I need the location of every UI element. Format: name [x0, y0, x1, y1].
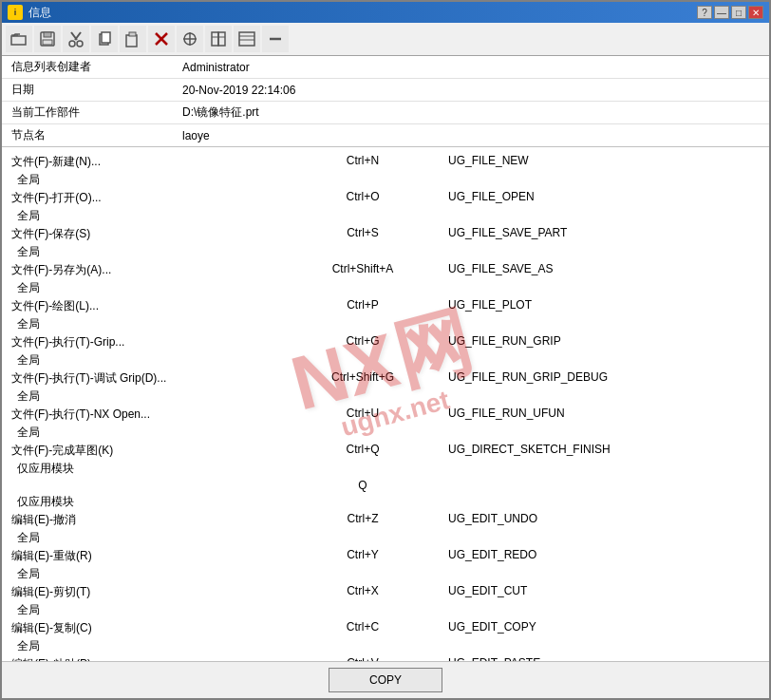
close-button[interactable]: ✕	[748, 6, 763, 19]
node-value: laoye	[173, 124, 769, 147]
title-controls: ? — □ ✕	[697, 6, 763, 19]
svg-rect-22	[239, 32, 254, 46]
paste-icon	[124, 30, 141, 47]
help-button[interactable]: ?	[697, 6, 712, 19]
svg-line-6	[75, 32, 81, 40]
list-item: 全局	[2, 315, 769, 333]
list-item: 全局	[2, 243, 769, 261]
svg-rect-10	[102, 32, 110, 43]
toolbar-open-btn[interactable]	[6, 26, 32, 52]
list-item: 文件(F)-完成草图(K) Ctrl+Q UG_DIRECT_SKETCH_FI…	[2, 442, 769, 460]
window-title: 信息	[28, 5, 51, 21]
copy-button[interactable]: COPY	[329, 668, 442, 692]
crosshair-icon	[181, 30, 198, 47]
toolbar-paste-btn[interactable]	[120, 26, 146, 52]
creator-label: 信息列表创建者	[2, 56, 173, 79]
save-icon	[39, 30, 56, 47]
node-label: 节点名	[2, 124, 173, 147]
list-item: Q	[2, 478, 769, 493]
delete-icon	[153, 30, 170, 47]
list-item: 全局	[2, 279, 769, 297]
info-row-node: 节点名 laoye	[2, 124, 769, 147]
minus-icon	[267, 30, 284, 47]
list-item: 全局	[2, 637, 769, 655]
list-item: 编辑(E)-重做(R) Ctrl+Y UG_EDIT_REDO	[2, 547, 769, 565]
list-item: 编辑(E)-剪切(T) Ctrl+X UG_EDIT_CUT	[2, 583, 769, 601]
list-item: 文件(F)-执行(T)-NX Open... Ctrl+U UG_FILE_RU…	[2, 406, 769, 424]
list-item: 文件(F)-执行(T)-调试 Grip(D)... Ctrl+Shift+G U…	[2, 369, 769, 388]
svg-rect-3	[44, 32, 51, 37]
main-window: i 信息 ? — □ ✕	[0, 0, 771, 700]
list-item: 文件(F)-执行(T)-Grip... Ctrl+G UG_FILE_RUN_G…	[2, 333, 769, 351]
toolbar-save-btn[interactable]	[34, 26, 61, 52]
date-label: 日期	[2, 79, 173, 102]
svg-rect-18	[212, 32, 218, 46]
list-item: 全局	[2, 565, 769, 583]
list-item: 编辑(E)-粘贴(P) Ctrl+V UG_EDIT_PASTE	[2, 655, 769, 661]
info-row-date: 日期 20-Nov-2019 22:14:06	[2, 79, 769, 102]
svg-rect-11	[126, 35, 137, 47]
list-item: 全局	[2, 529, 769, 547]
title-bar: i 信息 ? — □ ✕	[2, 2, 769, 23]
info-row-part: 当前工作部件 D:\镜像特征.prt	[2, 102, 769, 124]
shortcuts-table: 文件(F)-新建(N)... Ctrl+N UG_FILE_NEW 全局 文件(…	[2, 147, 769, 661]
list-item: 仅应用模块	[2, 460, 769, 478]
cut-icon	[67, 30, 85, 47]
toolbar-cut-btn[interactable]	[63, 26, 89, 52]
list-item: 全局	[2, 424, 769, 442]
shortcuts-scroll[interactable]: 文件(F)-新建(N)... Ctrl+N UG_FILE_NEW 全局 文件(…	[2, 147, 769, 661]
list-item: 编辑(E)-复制(C) Ctrl+C UG_EDIT_COPY	[2, 619, 769, 637]
part-label: 当前工作部件	[2, 102, 173, 124]
toolbar	[2, 23, 769, 56]
list-item: 文件(F)-打开(O)... Ctrl+O UG_FILE_OPEN	[2, 189, 769, 207]
svg-rect-19	[218, 32, 225, 46]
list-item: 编辑(E)-撤消 Ctrl+Z UG_EDIT_UNDO	[2, 511, 769, 529]
list-item: 全局	[2, 601, 769, 619]
toolbar-copy-btn[interactable]	[91, 26, 118, 52]
svg-rect-12	[129, 32, 136, 36]
svg-rect-1	[11, 36, 26, 45]
copy-icon	[96, 30, 113, 47]
creator-value: Administrator	[173, 56, 769, 79]
content-area: 信息列表创建者 Administrator 日期 20-Nov-2019 22:…	[2, 56, 769, 698]
bookmark-icon	[210, 30, 227, 47]
toolbar-crosshair-btn[interactable]	[177, 26, 203, 52]
list-item: 全局	[2, 351, 769, 369]
info-row-creator: 信息列表创建者 Administrator	[2, 56, 769, 79]
list-item: 全局	[2, 207, 769, 225]
toolbar-minus-btn[interactable]	[262, 26, 289, 52]
list-item: 文件(F)-新建(N)... Ctrl+N UG_FILE_NEW	[2, 153, 769, 171]
open-icon	[10, 30, 28, 47]
list-item: 全局	[2, 171, 769, 189]
maximize-button[interactable]: □	[731, 6, 746, 19]
svg-point-7	[69, 41, 75, 47]
list-icon	[238, 30, 255, 47]
bottom-bar: COPY	[2, 661, 769, 698]
svg-point-8	[77, 41, 83, 47]
list-item: 文件(F)-另存为(A)... Ctrl+Shift+A UG_FILE_SAV…	[2, 261, 769, 279]
list-item: 文件(F)-绘图(L)... Ctrl+P UG_FILE_PLOT	[2, 297, 769, 315]
svg-rect-4	[43, 40, 52, 45]
date-value: 20-Nov-2019 22:14:06	[173, 79, 769, 102]
list-item: 全局	[2, 388, 769, 406]
app-icon: i	[8, 5, 23, 20]
toolbar-bookmark-btn[interactable]	[205, 26, 232, 52]
toolbar-delete-btn[interactable]	[148, 26, 175, 52]
title-bar-left: i 信息	[8, 5, 51, 21]
toolbar-list-btn[interactable]	[234, 26, 260, 52]
info-table: 信息列表创建者 Administrator 日期 20-Nov-2019 22:…	[2, 56, 769, 147]
list-item: 仅应用模块	[2, 493, 769, 511]
list-item: 文件(F)-保存(S) Ctrl+S UG_FILE_SAVE_PART	[2, 225, 769, 243]
part-value: D:\镜像特征.prt	[173, 102, 769, 124]
minimize-button[interactable]: —	[714, 6, 729, 19]
